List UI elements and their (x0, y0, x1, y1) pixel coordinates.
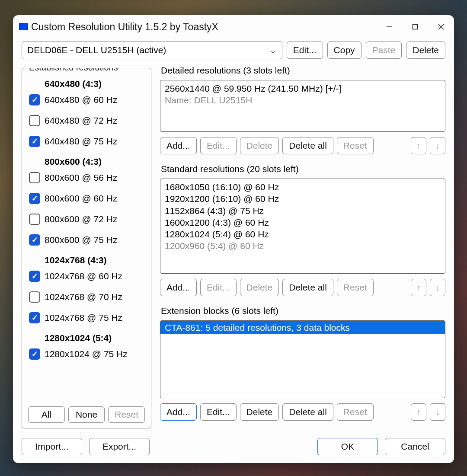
import-button[interactable]: Import... (22, 438, 82, 455)
copy-button[interactable]: Copy (327, 42, 361, 59)
checkbox[interactable] (29, 115, 40, 126)
est-item[interactable]: 800x600 @ 60 Hz (29, 193, 146, 204)
window-title: Custom Resolution Utility 1.5.2 by Toast… (31, 21, 376, 33)
checkbox[interactable] (29, 348, 40, 360)
ext-up-button[interactable]: ↑ (411, 403, 426, 421)
standard-buttons: Add... Edit... Delete Delete all Reset ↑… (160, 279, 445, 296)
detailed-title: Detailed resolutions (3 slots left) (161, 65, 445, 76)
ext-reset-button[interactable]: Reset (337, 403, 374, 421)
checkbox[interactable] (29, 214, 40, 225)
est-item-label: 640x480 @ 75 Hz (45, 136, 117, 147)
est-item-label: 800x600 @ 60 Hz (45, 193, 117, 204)
est-reset-button[interactable]: Reset (108, 406, 145, 423)
est-item[interactable]: 1024x768 @ 75 Hz (29, 312, 146, 323)
det-delall-button[interactable]: Delete all (282, 137, 333, 154)
paste-button[interactable]: Paste (366, 42, 402, 59)
checkbox[interactable] (29, 193, 40, 204)
detailed-list[interactable]: 2560x1440 @ 59.950 Hz (241.50 MHz) [+/-]… (160, 80, 445, 132)
std-add-button[interactable]: Add... (160, 279, 197, 296)
ext-delall-button[interactable]: Delete all (282, 403, 333, 421)
est-item[interactable]: 800x600 @ 72 Hz (29, 214, 146, 225)
est-item[interactable]: 800x600 @ 75 Hz (29, 234, 146, 246)
ext-delete-button[interactable]: Delete (240, 403, 279, 421)
list-item[interactable]: 1920x1200 (16:10) @ 60 Hz (165, 193, 441, 204)
est-item-label: 1024x768 @ 60 Hz (45, 271, 122, 281)
est-item-label: 800x600 @ 56 Hz (45, 173, 117, 183)
footer: Import... Export... OK Cancel (13, 432, 454, 463)
checkbox[interactable] (29, 94, 40, 105)
list-item[interactable]: CTA-861: 5 detailed resolutions, 3 data … (160, 321, 445, 334)
monitor-select[interactable]: DELD06E - DELL U2515H (active) ⌄ (22, 41, 282, 59)
det-up-button[interactable]: ↑ (411, 137, 426, 154)
est-item[interactable]: 640x480 @ 60 Hz (29, 94, 146, 105)
monitor-select-value: DELD06E - DELL U2515H (active) (27, 45, 269, 55)
std-delete-button[interactable]: Delete (240, 279, 279, 296)
detailed-buttons: Add... Edit... Delete Delete all Reset ↑… (160, 137, 445, 154)
checkbox[interactable] (29, 291, 40, 303)
list-item[interactable]: 1200x960 (5:4) @ 60 Hz (165, 240, 441, 252)
std-delall-button[interactable]: Delete all (282, 279, 333, 296)
list-item[interactable]: 1600x1200 (4:3) @ 60 Hz (165, 217, 441, 228)
det-add-button[interactable]: Add... (160, 137, 197, 154)
content: Established resolutions 640x480 (4:3)640… (13, 64, 454, 432)
est-item-label: 1024x768 @ 75 Hz (45, 313, 122, 323)
est-item[interactable]: 640x480 @ 75 Hz (29, 136, 146, 147)
established-group: Established resolutions 640x480 (4:3)640… (22, 68, 151, 428)
minimize-button[interactable] (376, 15, 402, 38)
maximize-button[interactable] (402, 15, 428, 38)
est-none-button[interactable]: None (68, 406, 105, 423)
std-edit-button[interactable]: Edit... (200, 279, 237, 296)
delete-button[interactable]: Delete (406, 42, 445, 59)
std-reset-button[interactable]: Reset (337, 279, 374, 296)
est-item-label: 800x600 @ 72 Hz (45, 214, 117, 224)
list-item[interactable]: 1280x1024 (5:4) @ 60 Hz (165, 228, 441, 240)
standard-list[interactable]: 1680x1050 (16:10) @ 60 Hz1920x1200 (16:1… (160, 179, 445, 274)
ok-button[interactable]: OK (317, 438, 378, 455)
std-up-button[interactable]: ↑ (411, 279, 426, 296)
svg-rect-1 (413, 25, 418, 29)
est-item[interactable]: 640x480 @ 72 Hz (29, 115, 146, 126)
checkbox[interactable] (29, 271, 40, 282)
est-group-header: 640x480 (4:3) (45, 79, 146, 89)
ext-list[interactable]: CTA-861: 5 detailed resolutions, 3 data … (160, 320, 445, 398)
checkbox[interactable] (29, 312, 40, 323)
list-item[interactable]: 2560x1440 @ 59.950 Hz (241.50 MHz) [+/-] (165, 83, 441, 94)
title-bar: Custom Resolution Utility 1.5.2 by Toast… (13, 15, 454, 38)
est-group-header: 1280x1024 (5:4) (45, 333, 146, 343)
est-item-label: 640x480 @ 60 Hz (45, 95, 117, 105)
ext-down-button[interactable]: ↓ (430, 403, 445, 421)
monitor-toolbar: DELD06E - DELL U2515H (active) ⌄ Edit...… (13, 38, 454, 64)
app-icon (19, 23, 28, 30)
export-button[interactable]: Export... (89, 438, 150, 455)
est-item[interactable]: 800x600 @ 56 Hz (29, 172, 146, 183)
std-down-button[interactable]: ↓ (430, 279, 445, 296)
checkbox[interactable] (29, 234, 40, 246)
checkbox[interactable] (29, 136, 40, 147)
est-item-label: 800x600 @ 75 Hz (45, 235, 117, 245)
list-item[interactable]: 1152x864 (4:3) @ 75 Hz (165, 205, 441, 217)
est-all-button[interactable]: All (28, 406, 65, 423)
ext-edit-button[interactable]: Edit... (200, 403, 237, 421)
det-edit-button[interactable]: Edit... (200, 137, 237, 154)
list-item[interactable]: 1680x1050 (16:10) @ 60 Hz (165, 181, 441, 193)
est-item[interactable]: 1024x768 @ 60 Hz (29, 271, 146, 282)
est-group-header: 800x600 (4:3) (45, 157, 146, 167)
edit-button[interactable]: Edit... (287, 42, 323, 59)
ext-add-button[interactable]: Add... (160, 403, 197, 421)
checkbox[interactable] (29, 172, 40, 183)
est-item[interactable]: 1024x768 @ 70 Hz (29, 291, 146, 303)
det-delete-button[interactable]: Delete (240, 137, 279, 154)
app-window: Custom Resolution Utility 1.5.2 by Toast… (13, 15, 454, 463)
close-button[interactable] (428, 15, 454, 38)
det-reset-button[interactable]: Reset (337, 137, 374, 154)
cancel-button[interactable]: Cancel (385, 438, 445, 455)
det-down-button[interactable]: ↓ (430, 137, 445, 154)
est-group-header: 1024x768 (4:3) (45, 255, 146, 265)
ext-title: Extension blocks (6 slots left) (161, 306, 445, 316)
list-item[interactable]: Name: DELL U2515H (165, 94, 441, 106)
standard-title: Standard resolutions (20 slots left) (161, 164, 445, 174)
established-title: Established resolutions (26, 68, 121, 73)
est-item[interactable]: 1280x1024 @ 75 Hz (29, 348, 146, 360)
est-item-label: 1280x1024 @ 75 Hz (45, 349, 128, 359)
ext-buttons: Add... Edit... Delete Delete all Reset ↑… (160, 403, 445, 421)
